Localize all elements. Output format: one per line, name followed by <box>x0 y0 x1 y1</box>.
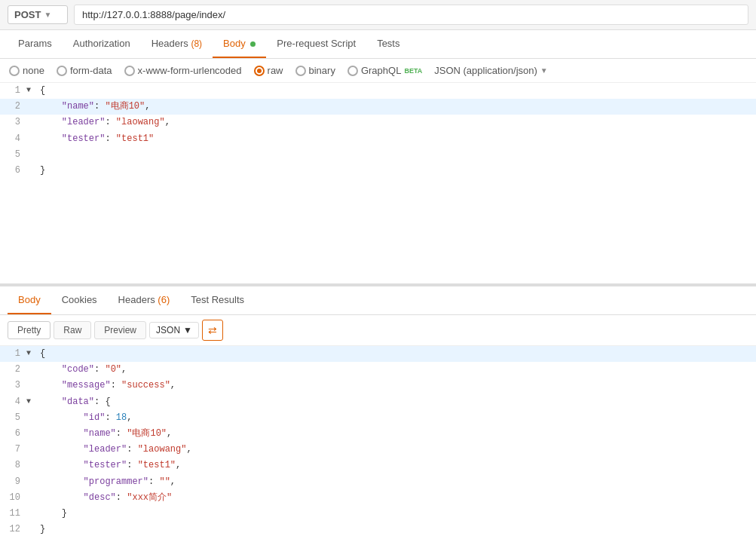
request-tab-headers[interactable]: Headers (8) <box>141 30 213 58</box>
line-content: "desc": "xxx简介" <box>37 491 172 505</box>
json-format-dropdown[interactable]: JSON ▼ <box>149 322 199 338</box>
body-option-label-raw: raw <box>268 65 283 76</box>
line-number: 3 <box>0 378 26 393</box>
radio-x-www-form-urlencoded <box>124 66 135 76</box>
code-line: 11 } <box>0 506 756 522</box>
url-input[interactable] <box>74 5 748 25</box>
body-option-graphql[interactable]: GraphQLBETA <box>347 65 422 76</box>
line-content: "tester": "test1" <box>37 132 154 146</box>
body-option-none[interactable]: none <box>9 65 44 76</box>
method-label: POST <box>14 9 41 20</box>
line-number: 2 <box>0 363 26 377</box>
code-line: 1▼{ <box>0 346 756 362</box>
request-tab-params[interactable]: Params <box>8 30 63 58</box>
request-tab-tests[interactable]: Tests <box>366 30 410 58</box>
line-content: "message": "success", <box>37 378 176 393</box>
code-line: 6 "name": "电商10", <box>0 426 756 442</box>
code-line: 9 "programmer": "", <box>0 474 756 490</box>
line-content: } <box>37 507 67 521</box>
line-content: "data": { <box>37 395 111 409</box>
line-number: 11 <box>0 507 26 521</box>
body-option-label-none: none <box>23 65 44 76</box>
code-line: 7 "leader": "laowang", <box>0 442 756 458</box>
line-arrow-icon[interactable]: ▼ <box>26 84 37 96</box>
code-line: 12} <box>0 522 756 536</box>
response-tab-cookies[interactable]: Cookies <box>51 286 108 314</box>
method-select[interactable]: POST ▼ <box>8 5 68 24</box>
request-tabs: ParamsAuthorizationHeaders (8)Body Pre-r… <box>0 30 756 59</box>
line-content: { <box>37 84 45 98</box>
json-format-chevron-icon: ▼ <box>183 325 192 335</box>
json-type-label: JSON (application/json) <box>434 65 537 76</box>
line-content: } <box>37 522 45 536</box>
code-line: 5 <box>0 147 756 163</box>
line-content: "programmer": "", <box>37 475 176 489</box>
line-content: "name": "电商10", <box>37 100 150 114</box>
json-type-selector[interactable]: JSON (application/json) ▼ <box>434 65 547 76</box>
response-tab-body[interactable]: Body <box>8 286 51 314</box>
code-line: 5 "id": 18, <box>0 410 756 426</box>
body-option-raw[interactable]: raw <box>254 65 283 76</box>
line-number: 1 <box>0 347 26 361</box>
pretty-button[interactable]: Pretty <box>8 321 51 339</box>
wrap-icon[interactable]: ⇄ <box>202 320 223 341</box>
line-number: 6 <box>0 427 26 441</box>
preview-button[interactable]: Preview <box>94 321 146 339</box>
request-tab-authorization[interactable]: Authorization <box>63 30 141 58</box>
line-content: "leader": "laowang", <box>37 115 170 130</box>
line-number: 5 <box>0 411 26 425</box>
json-type-chevron-icon: ▼ <box>540 66 548 75</box>
method-chevron-icon: ▼ <box>44 11 51 19</box>
radio-binary <box>295 66 306 76</box>
radio-form-data <box>57 66 67 76</box>
body-option-binary[interactable]: binary <box>295 65 335 76</box>
line-content: "tester": "test1", <box>37 458 181 473</box>
response-code-editor[interactable]: 1▼{2 "code": "0",3 "message": "success",… <box>0 346 756 536</box>
response-tab-headers[interactable]: Headers (6) <box>108 286 181 314</box>
request-code-editor[interactable]: 1▼{2 "name": "电商10",3 "leader": "laowang… <box>0 83 756 286</box>
response-tabs: BodyCookiesHeaders (6)Test Results <box>0 286 756 315</box>
radio-graphql <box>347 66 358 76</box>
code-line: 10 "desc": "xxx简介" <box>0 490 756 506</box>
code-line: 2 "name": "电商10", <box>0 99 756 115</box>
url-bar: POST ▼ <box>0 0 756 30</box>
body-option-form-data[interactable]: form-data <box>57 65 112 76</box>
code-line: 1▼{ <box>0 83 756 99</box>
line-number: 5 <box>0 148 26 162</box>
body-option-x-www-form-urlencoded[interactable]: x-www-form-urlencoded <box>124 65 242 76</box>
line-number: 4 <box>0 132 26 146</box>
line-arrow-icon[interactable]: ▼ <box>26 395 37 408</box>
body-option-label-form-data: form-data <box>70 65 112 76</box>
line-content: "leader": "laowang", <box>37 443 192 457</box>
request-tab-body[interactable]: Body <box>213 30 266 58</box>
radio-none <box>9 66 20 76</box>
code-line: 6} <box>0 163 756 179</box>
raw-button[interactable]: Raw <box>54 321 91 339</box>
radio-raw <box>254 66 265 76</box>
line-number: 6 <box>0 164 26 178</box>
request-tab-pre-request-script[interactable]: Pre-request Script <box>266 30 366 58</box>
line-number: 4 <box>0 395 26 409</box>
code-line: 3 "leader": "laowang", <box>0 115 756 130</box>
body-option-label-graphql: GraphQL <box>361 65 401 76</box>
line-content: "id": 18, <box>37 411 132 425</box>
line-number: 12 <box>0 522 26 536</box>
code-line: 3 "message": "success", <box>0 378 756 394</box>
response-toolbar: Pretty Raw Preview JSON ▼ ⇄ <box>0 315 756 346</box>
line-number: 9 <box>0 475 26 489</box>
code-line: 2 "code": "0", <box>0 362 756 378</box>
line-content: { <box>37 347 45 361</box>
response-tab-test-results[interactable]: Test Results <box>180 286 255 314</box>
code-line: 4 "tester": "test1" <box>0 131 756 147</box>
line-content: "code": "0", <box>37 363 127 377</box>
body-option-label-binary: binary <box>309 65 335 76</box>
line-number: 1 <box>0 84 26 98</box>
line-content: } <box>37 164 45 178</box>
line-arrow-icon[interactable]: ▼ <box>26 347 37 360</box>
json-format-label: JSON <box>156 325 180 335</box>
code-line: 8 "tester": "test1", <box>0 458 756 473</box>
body-options: noneform-datax-www-form-urlencodedrawbin… <box>0 59 756 83</box>
code-line: 4▼ "data": { <box>0 394 756 410</box>
response-section: BodyCookiesHeaders (6)Test Results Prett… <box>0 286 756 536</box>
line-number: 3 <box>0 115 26 130</box>
